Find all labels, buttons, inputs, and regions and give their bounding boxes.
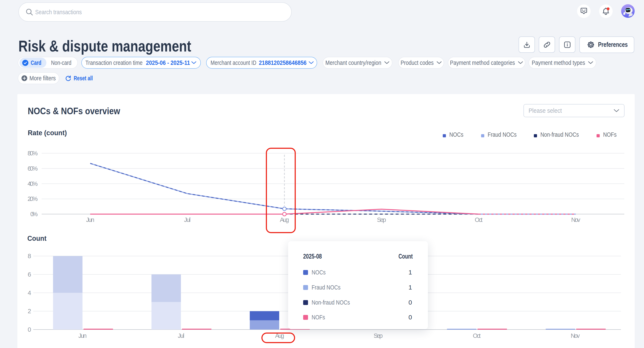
svg-text:0: 0: [28, 326, 31, 333]
svg-text:Sep: Sep: [374, 332, 383, 339]
svg-text:Jul: Jul: [184, 216, 191, 223]
svg-text:40%: 40%: [28, 180, 38, 187]
svg-text:Jun: Jun: [78, 332, 87, 339]
svg-text:2: 2: [28, 308, 31, 314]
svg-text:Oct: Oct: [475, 216, 482, 223]
svg-text:0%: 0%: [30, 211, 38, 217]
svg-text:Oct: Oct: [473, 332, 481, 339]
svg-text:4: 4: [28, 289, 31, 296]
svg-text:Sep: Sep: [377, 216, 386, 223]
svg-text:Jun: Jun: [86, 216, 94, 223]
svg-text:8: 8: [28, 253, 31, 259]
svg-text:80%: 80%: [28, 150, 38, 157]
svg-text:60%: 60%: [28, 165, 38, 172]
svg-text:Nov: Nov: [571, 216, 580, 223]
svg-text:Nov: Nov: [571, 332, 580, 339]
svg-text:Jul: Jul: [178, 332, 184, 339]
svg-text:20%: 20%: [28, 195, 38, 202]
svg-text:6: 6: [28, 271, 31, 278]
